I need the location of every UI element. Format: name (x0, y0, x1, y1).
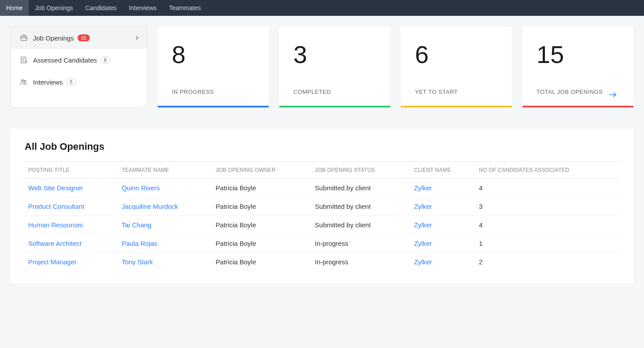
stat-card-yet-to-start: 6YET TO START (401, 26, 512, 107)
cell-client-text[interactable]: Zylker (414, 240, 432, 247)
cell-owner-text: Patricia Boyle (216, 184, 256, 192)
cell-teammate[interactable]: Paula Rojas (118, 234, 212, 253)
nav-interviews[interactable]: Interviews (123, 0, 163, 16)
nav-candidates[interactable]: Candidates (79, 0, 123, 16)
cell-teammate[interactable]: Tony Stark (118, 253, 212, 271)
cell-client-text[interactable]: Zylker (414, 203, 432, 210)
cell-status: Submitted by client (311, 216, 411, 234)
cell-posting-title-text[interactable]: Product Consultant (28, 203, 85, 210)
svg-point-3 (24, 81, 26, 82)
cell-client[interactable]: Zylker (411, 234, 475, 253)
table-row: Web Site DesignerQuinn RiversPatricia Bo… (25, 179, 619, 197)
sidebar-badge: 5 (67, 78, 76, 85)
cell-teammate-text[interactable]: Jacquiline Murdock (122, 203, 178, 210)
arrow-right-icon[interactable] (609, 92, 617, 97)
cell-client-text[interactable]: Zylker (414, 258, 432, 266)
stat-underline (522, 106, 633, 107)
cell-owner: Patricia Boyle (212, 253, 311, 271)
sidebar-item-interviews[interactable]: Interviews5 (11, 71, 147, 93)
cell-posting-title[interactable]: Software Architect (25, 234, 118, 253)
sidebar-item-label: Interviews (33, 78, 63, 86)
cell-teammate[interactable]: Jacquiline Murdock (118, 197, 212, 216)
stat-card-total-job-openings[interactable]: 15TOTAL JOB OPENINGS (522, 26, 633, 107)
stat-card-completed: 3COMPLETED (279, 26, 390, 107)
stat-label: TOTAL JOB OPENINGS (537, 89, 603, 95)
cell-owner: Patricia Boyle (212, 197, 311, 216)
briefcase-icon (19, 33, 29, 43)
sidebar-card: Job Openings15Assessed Candidates8Interv… (11, 26, 147, 107)
table-header: TEAMMATE NAME (118, 162, 212, 179)
cell-teammate[interactable]: Tai Chang (118, 216, 212, 234)
cell-teammate-text[interactable]: Paula Rojas (122, 240, 157, 247)
cell-count: 4 (475, 179, 619, 197)
cell-count: 1 (475, 234, 619, 253)
cell-owner: Patricia Boyle (212, 234, 311, 253)
table-row: Human ResourcesTai ChangPatricia BoyleSu… (25, 216, 619, 234)
cell-teammate[interactable]: Quinn Rivers (118, 179, 212, 197)
cell-teammate-text[interactable]: Quinn Rivers (122, 184, 160, 192)
sidebar-item-label: Job Openings (33, 34, 74, 42)
cell-client-text[interactable]: Zylker (414, 184, 432, 192)
cell-client[interactable]: Zylker (411, 216, 475, 234)
stat-label: IN PROGRESS (172, 89, 214, 95)
sidebar-item-job-openings[interactable]: Job Openings15 (11, 27, 147, 49)
cell-owner-text: Patricia Boyle (216, 258, 256, 266)
stat-value: 6 (415, 42, 498, 67)
cell-owner-text: Patricia Boyle (216, 240, 256, 247)
cell-owner-text: Patricia Boyle (216, 203, 256, 210)
table-row: Product ConsultantJacquiline MurdockPatr… (25, 197, 619, 216)
cell-posting-title[interactable]: Web Site Designer (25, 179, 118, 197)
stat-value: 8 (172, 42, 255, 67)
cell-posting-title[interactable]: Product Consultant (25, 197, 118, 216)
table-header: POSTING TITLE (25, 162, 118, 179)
sidebar-badge: 15 (78, 34, 90, 41)
cell-status-text: In-progress (315, 258, 348, 266)
table-row: Software ArchitectPaula RojasPatricia Bo… (25, 234, 619, 253)
cell-teammate-text[interactable]: Tai Chang (122, 221, 152, 229)
cell-status-text: Submitted by client (315, 184, 371, 192)
table-header: JOB OPENING OWNER (212, 162, 311, 179)
cell-posting-title-text[interactable]: Project Manager (28, 258, 77, 266)
cell-count-text: 3 (479, 203, 482, 210)
cell-owner: Patricia Boyle (212, 179, 311, 197)
svg-rect-0 (21, 36, 27, 41)
table-header: JOB OPENING STATUS (311, 162, 411, 179)
cell-posting-title-text[interactable]: Web Site Designer (28, 184, 83, 192)
nav-teammates[interactable]: Teammates (163, 0, 207, 16)
sidebar-item-assessed-candidates[interactable]: Assessed Candidates8 (11, 49, 147, 71)
people-icon (19, 77, 29, 87)
cell-client[interactable]: Zylker (411, 253, 475, 271)
cell-posting-title[interactable]: Project Manager (25, 253, 118, 271)
cell-status-text: Submitted by client (315, 203, 371, 210)
svg-point-2 (22, 80, 24, 82)
stat-value: 15 (537, 42, 619, 67)
nav-home[interactable]: Home (0, 0, 29, 16)
cell-status-text: In-progress (315, 240, 348, 247)
sidebar-badge: 8 (100, 56, 110, 63)
cell-count-text: 4 (479, 184, 482, 192)
cell-client[interactable]: Zylker (411, 197, 475, 216)
cell-owner-text: Patricia Boyle (216, 221, 256, 229)
nav-job-openings[interactable]: Job Openings (29, 0, 79, 16)
cell-posting-title-text[interactable]: Software Architect (28, 240, 81, 247)
stat-underline (401, 106, 512, 107)
table-header: NO OF CANDIDATES ASSOCIATED (475, 162, 619, 179)
cell-client-text[interactable]: Zylker (414, 221, 432, 229)
stat-underline (279, 106, 390, 107)
cell-posting-title-text[interactable]: Human Resources (28, 221, 83, 229)
stat-card-in-progress: 8IN PROGRESS (158, 26, 269, 107)
cell-status: In-progress (311, 253, 411, 271)
cell-status: Submitted by client (311, 179, 411, 197)
stat-label: COMPLETED (293, 89, 331, 95)
cell-client[interactable]: Zylker (411, 179, 475, 197)
cell-count-text: 2 (479, 258, 482, 266)
cell-posting-title[interactable]: Human Resources (25, 216, 118, 234)
table-row: Project ManagerTony StarkPatricia BoyleI… (25, 253, 619, 271)
table-card: All Job Openings POSTING TITLETEAMMATE N… (11, 129, 633, 283)
cell-count-text: 1 (479, 240, 482, 247)
table-title: All Job Openings (25, 141, 619, 152)
cell-count: 3 (475, 197, 619, 216)
cell-teammate-text[interactable]: Tony Stark (122, 258, 153, 266)
cell-count: 2 (475, 253, 619, 271)
chevron-right-icon (135, 35, 139, 41)
